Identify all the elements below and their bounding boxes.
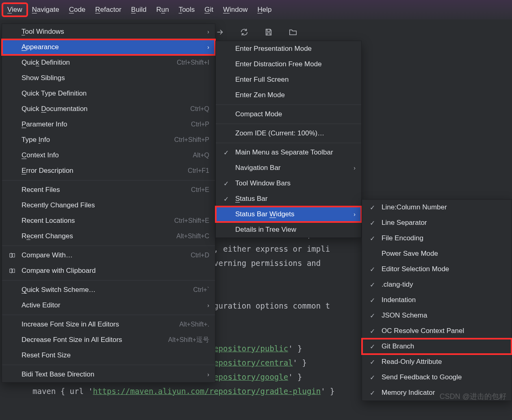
view-item-decrease-font-size-in-all-editors[interactable]: Decrease Font Size in All EditorsAlt+Shi…	[2, 332, 215, 348]
appearance-item-compact-mode[interactable]: Compact Mode	[216, 107, 361, 122]
view-item-error-description[interactable]: Error DescriptionCtrl+F1	[2, 163, 215, 178]
widget-item-editor-selection-mode[interactable]: ✓Editor Selection Mode	[362, 261, 512, 277]
view-item-quick-definition[interactable]: Quick DefinitionCtrl+Shift+I	[2, 55, 215, 70]
view-item-bidi-text-base-direction[interactable]: Bidi Text Base Direction›	[2, 367, 215, 382]
widget-item-send-feedback-to-google[interactable]: ✓Send Feedback to Google	[362, 370, 512, 385]
view-item-parameter-info[interactable]: Parameter InfoCtrl+P	[2, 117, 215, 132]
widget-item-file-encoding[interactable]: ✓File Encoding	[362, 231, 512, 246]
appearance-item-zoom-ide-current-100-[interactable]: Zoom IDE (Current: 100%)…	[216, 126, 361, 141]
check-icon: ✓	[370, 204, 375, 211]
view-item-recent-locations[interactable]: Recent LocationsCtrl+Shift+E	[2, 213, 215, 228]
menu-item-label: Show Siblings	[22, 74, 209, 82]
view-item-recently-changed-files[interactable]: Recently Changed Files	[2, 198, 215, 213]
view-item-quick-documentation[interactable]: Quick DocumentationCtrl+Q	[2, 101, 215, 117]
widget-item-line-separator[interactable]: ✓Line Separator	[362, 215, 512, 231]
widget-item-indentation[interactable]: ✓Indentation	[362, 292, 512, 308]
view-item-recent-files[interactable]: Recent FilesCtrl+E	[2, 182, 215, 198]
view-item-increase-font-size-in-all-editors[interactable]: Increase Font Size in All EditorsAlt+Shi…	[2, 317, 215, 332]
view-item-tool-windows[interactable]: Tool Windows›	[2, 24, 215, 39]
menu-view[interactable]: View	[2, 3, 27, 16]
appearance-item-enter-presentation-mode[interactable]: Enter Presentation Mode	[216, 41, 361, 57]
menu-item-label: Quick Definition	[22, 59, 177, 67]
status-bar-widgets-submenu: ✓Line:Column Number✓Line Separator✓File …	[362, 199, 512, 401]
menu-build[interactable]: Build	[126, 3, 152, 16]
forward-icon[interactable]	[215, 28, 224, 39]
view-item-show-siblings[interactable]: Show Siblings	[2, 70, 215, 86]
widget-item-json-schema[interactable]: ✓JSON Schema	[362, 308, 512, 323]
check-icon: ✓	[223, 195, 229, 203]
menu-item-label: Send Feedback to Google	[382, 373, 506, 381]
check-icon: ✓	[370, 374, 375, 381]
menu-help[interactable]: Help	[253, 3, 277, 16]
menu-tools[interactable]: Tools	[174, 3, 200, 16]
check-icon: ✓	[370, 235, 375, 242]
menu-item-label: Compact Mode	[235, 110, 356, 118]
view-item-compare-with-clipboard[interactable]: Compare with Clipboard	[2, 263, 215, 279]
appearance-item-navigation-bar[interactable]: Navigation Bar›	[216, 160, 361, 176]
widget-item--clang-tidy[interactable]: ✓.clang-tidy	[362, 277, 512, 292]
widget-item-git-branch[interactable]: ✓Git Branch	[362, 339, 512, 354]
menu-item-label: Status Bar Widgets	[235, 210, 350, 218]
appearance-item-status-bar[interactable]: ✓Status Bar	[216, 191, 361, 207]
menu-code[interactable]: Code	[64, 3, 91, 16]
menu-item-label: Tool Windows	[22, 28, 204, 36]
view-item-quick-type-definition[interactable]: Quick Type Definition	[2, 86, 215, 101]
view-item-recent-changes[interactable]: Recent ChangesAlt+Shift+C	[2, 228, 215, 244]
menu-item-label: Power Save Mode	[382, 250, 506, 258]
check-icon: ✓	[221, 149, 230, 157]
menu-git[interactable]: Git	[200, 3, 218, 16]
check-icon: ✓	[370, 358, 375, 366]
shortcut-label: Alt+Shift+C	[176, 233, 209, 240]
appearance-item-details-in-tree-view[interactable]: Details in Tree View	[216, 222, 361, 237]
appearance-item-tool-window-bars[interactable]: ✓Tool Window Bars	[216, 176, 361, 191]
view-item-type-info[interactable]: Type InfoCtrl+Shift+P	[2, 132, 215, 148]
check-icon: ✓	[368, 343, 377, 350]
widget-item-oc-resolve-context-panel[interactable]: ✓OC Resolve Context Panel	[362, 323, 512, 339]
menu-run[interactable]: Run	[151, 3, 174, 16]
chevron-right-icon: ›	[207, 44, 209, 50]
appearance-item-enter-full-screen[interactable]: Enter Full Screen	[216, 72, 361, 87]
menu-item-label: JSON Schema	[382, 311, 506, 320]
menu-item-label: Editor Selection Mode	[382, 265, 506, 273]
check-icon: ✓	[370, 312, 375, 320]
view-item-reset-font-size[interactable]: Reset Font Size	[2, 348, 215, 363]
check-icon: ✓	[368, 265, 377, 273]
menu-item-label: Read-Only Attribute	[382, 358, 506, 366]
check-icon: ✓	[368, 296, 377, 304]
folder-icon[interactable]	[289, 28, 297, 39]
menu-item-label: Quick Switch Scheme…	[22, 286, 193, 294]
watermark: CSDN @进击的包籽	[440, 392, 506, 401]
menu-navigate[interactable]: Navigate	[27, 3, 64, 16]
menubar: ViewNavigateCodeRefactorBuildRunToolsGit…	[0, 0, 512, 20]
menu-item-label: Parameter Info	[22, 120, 191, 128]
menu-item-label: Quick Type Definition	[22, 89, 209, 98]
save-icon[interactable]	[264, 28, 273, 39]
menu-item-label: Context Info	[22, 151, 193, 159]
menu-item-label: Type Info	[22, 136, 174, 144]
widget-item-read-only-attribute[interactable]: ✓Read-Only Attribute	[362, 354, 512, 370]
widget-item-power-save-mode[interactable]: Power Save Mode	[362, 246, 512, 261]
widget-item-line-column-number[interactable]: ✓Line:Column Number	[362, 200, 512, 215]
check-icon: ✓	[368, 204, 377, 211]
appearance-item-main-menu-as-separate-toolbar[interactable]: ✓Main Menu as Separate Toolbar	[216, 145, 361, 160]
shortcut-label: Ctrl+Shift+P	[174, 136, 209, 144]
check-icon: ✓	[221, 195, 230, 203]
check-icon: ✓	[221, 180, 230, 187]
appearance-item-status-bar-widgets[interactable]: Status Bar Widgets›	[216, 207, 361, 222]
menu-refactor[interactable]: Refactor	[90, 3, 126, 16]
appearance-item-enter-zen-mode[interactable]: Enter Zen Mode	[216, 87, 361, 103]
view-item-active-editor[interactable]: Active Editor›	[2, 298, 215, 313]
menu-item-label: Enter Zen Mode	[235, 91, 356, 99]
menu-item-label: Enter Presentation Mode	[235, 45, 356, 53]
menu-item-label: Decrease Font Size in All Editors	[22, 336, 168, 344]
sync-icon[interactable]	[240, 28, 249, 39]
view-item-quick-switch-scheme-[interactable]: Quick Switch Scheme…Ctrl+`	[2, 282, 215, 298]
menu-item-label: Increase Font Size in All Editors	[22, 320, 179, 329]
appearance-item-enter-distraction-free-mode[interactable]: Enter Distraction Free Mode	[216, 57, 361, 72]
view-item-appearance[interactable]: Appearance›	[2, 39, 215, 55]
menu-item-label: Bidi Text Base Direction	[22, 370, 204, 379]
menu-window[interactable]: Window	[218, 3, 252, 16]
main-toolbar	[215, 28, 297, 39]
view-item-compare-with-[interactable]: Compare With…Ctrl+D	[2, 248, 215, 263]
view-item-context-info[interactable]: Context InfoAlt+Q	[2, 148, 215, 163]
